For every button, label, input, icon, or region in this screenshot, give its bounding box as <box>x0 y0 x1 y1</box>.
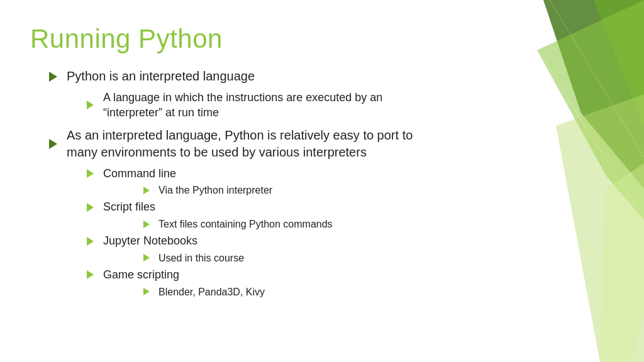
slide: Running Python Python is an interpreted … <box>0 0 644 362</box>
bullet-2: As an interpreted language, Python is re… <box>30 127 441 299</box>
svg-line-7 <box>474 63 644 314</box>
svg-line-6 <box>550 0 644 157</box>
bullet-2-1-1-container: Via the Python interpreter <box>87 184 441 197</box>
bullet-2-3-container: Jupyter Notebooks Used in this course <box>49 233 441 265</box>
svg-marker-0 <box>543 0 644 189</box>
bullet-item-1-1: A language in which the instructions are… <box>87 90 441 121</box>
bullet-item-2: As an interpreted language, Python is re… <box>49 127 441 161</box>
bullet-item-2-3-1: Used in this course <box>143 251 441 265</box>
bullet-2-3-1-container: Used in this course <box>87 251 441 265</box>
bullet-item-2-4-1: Blender, Panda3D, Kivy <box>143 285 441 299</box>
svg-marker-1 <box>594 0 644 126</box>
bullet-2-2-1-container: Text files containing Python commands <box>87 217 441 231</box>
bullet-1: Python is an interpreted language A lang… <box>30 68 441 121</box>
bullet-item-2-4: Game scripting <box>87 267 441 282</box>
bullet-item-2-2-1: Text files containing Python commands <box>143 217 441 231</box>
bullet-section: Python is an interpreted language A lang… <box>30 68 441 299</box>
bullet-2-4-1-container: Blender, Panda3D, Kivy <box>87 285 441 299</box>
svg-line-5 <box>506 0 644 220</box>
bullet-1-1-container: A language in which the instructions are… <box>49 90 441 121</box>
bullet-item-2-1: Command line <box>87 166 441 181</box>
bullet-2-2-container: Script files Text files containing Pytho… <box>49 199 441 231</box>
bullet-item-2-3: Jupyter Notebooks <box>87 233 441 248</box>
bullet-2-4-container: Game scripting Blender, Panda3D, Kivy <box>49 267 441 299</box>
bullet-item-2-2: Script files <box>87 199 441 214</box>
bullet-2-1-container: Command line Via the Python interpreter <box>49 166 441 197</box>
svg-marker-2 <box>537 0 644 220</box>
decorative-background <box>443 0 644 362</box>
slide-content: Running Python Python is an interpreted … <box>0 0 472 319</box>
svg-marker-4 <box>600 163 644 362</box>
bullet-item-2-1-1: Via the Python interpreter <box>143 184 441 197</box>
svg-marker-3 <box>556 94 644 362</box>
slide-title: Running Python <box>30 24 441 54</box>
bullet-item-1: Python is an interpreted language <box>49 68 441 85</box>
